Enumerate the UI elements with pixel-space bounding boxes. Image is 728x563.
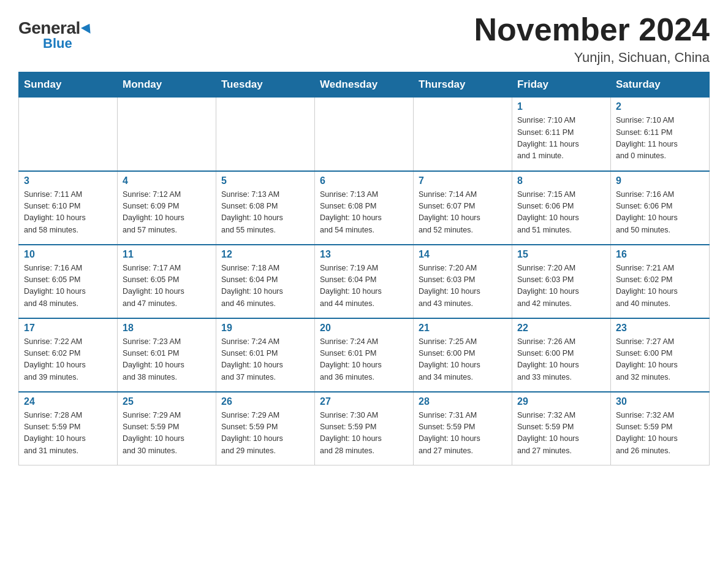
day-info: Sunrise: 7:17 AM Sunset: 6:05 PM Dayligh… (123, 262, 211, 310)
day-info: Sunrise: 7:22 AM Sunset: 6:02 PM Dayligh… (24, 336, 112, 384)
day-number: 14 (419, 249, 507, 260)
calendar-day-cell: 4Sunrise: 7:12 AM Sunset: 6:09 PM Daylig… (118, 171, 216, 245)
day-info: Sunrise: 7:15 AM Sunset: 6:06 PM Dayligh… (517, 189, 605, 237)
day-number: 27 (320, 396, 408, 407)
day-info: Sunrise: 7:13 AM Sunset: 6:08 PM Dayligh… (320, 189, 408, 237)
calendar-day-cell: 9Sunrise: 7:16 AM Sunset: 6:06 PM Daylig… (611, 171, 710, 245)
day-number: 2 (616, 101, 704, 112)
calendar-day-cell: 11Sunrise: 7:17 AM Sunset: 6:05 PM Dayli… (118, 245, 216, 318)
day-number: 12 (221, 249, 309, 260)
day-number: 4 (123, 175, 211, 186)
calendar-day-cell: 23Sunrise: 7:27 AM Sunset: 6:00 PM Dayli… (611, 318, 710, 392)
day-info: Sunrise: 7:10 AM Sunset: 6:11 PM Dayligh… (616, 115, 704, 163)
calendar-day-cell: 27Sunrise: 7:30 AM Sunset: 5:59 PM Dayli… (315, 392, 414, 465)
calendar-week-row: 1Sunrise: 7:10 AM Sunset: 6:11 PM Daylig… (19, 98, 710, 171)
day-number: 18 (123, 323, 211, 334)
day-info: Sunrise: 7:27 AM Sunset: 6:00 PM Dayligh… (616, 336, 704, 384)
day-number: 10 (24, 249, 112, 260)
calendar-day-cell: 14Sunrise: 7:20 AM Sunset: 6:03 PM Dayli… (414, 245, 512, 318)
day-number: 13 (320, 249, 408, 260)
day-info: Sunrise: 7:13 AM Sunset: 6:08 PM Dayligh… (221, 189, 309, 237)
day-number: 3 (24, 175, 112, 186)
day-info: Sunrise: 7:14 AM Sunset: 6:07 PM Dayligh… (419, 189, 507, 237)
calendar-day-cell (19, 98, 118, 171)
day-number: 24 (24, 396, 112, 407)
calendar-day-cell (216, 98, 315, 171)
day-info: Sunrise: 7:16 AM Sunset: 6:06 PM Dayligh… (616, 189, 704, 237)
calendar-header-saturday: Saturday (611, 72, 710, 98)
calendar-header-thursday: Thursday (414, 72, 512, 98)
calendar-day-cell (414, 98, 512, 171)
day-info: Sunrise: 7:30 AM Sunset: 5:59 PM Dayligh… (320, 410, 408, 458)
logo-blue-text: Blue (43, 36, 72, 52)
calendar-header-monday: Monday (118, 72, 216, 98)
day-number: 6 (320, 175, 408, 186)
day-info: Sunrise: 7:23 AM Sunset: 6:01 PM Dayligh… (123, 336, 211, 384)
page-header: General Blue November 2024 Yunjin, Sichu… (18, 12, 710, 66)
calendar-day-cell: 29Sunrise: 7:32 AM Sunset: 5:59 PM Dayli… (512, 392, 611, 465)
calendar-header-wednesday: Wednesday (315, 72, 414, 98)
day-info: Sunrise: 7:18 AM Sunset: 6:04 PM Dayligh… (221, 262, 309, 310)
calendar-table: SundayMondayTuesdayWednesdayThursdayFrid… (18, 72, 710, 465)
calendar-week-row: 17Sunrise: 7:22 AM Sunset: 6:02 PM Dayli… (19, 318, 710, 392)
day-info: Sunrise: 7:20 AM Sunset: 6:03 PM Dayligh… (419, 262, 507, 310)
calendar-day-cell: 12Sunrise: 7:18 AM Sunset: 6:04 PM Dayli… (216, 245, 315, 318)
calendar-day-cell: 25Sunrise: 7:29 AM Sunset: 5:59 PM Dayli… (118, 392, 216, 465)
calendar-header-row: SundayMondayTuesdayWednesdayThursdayFrid… (19, 72, 710, 98)
day-number: 20 (320, 323, 408, 334)
calendar-day-cell: 26Sunrise: 7:29 AM Sunset: 5:59 PM Dayli… (216, 392, 315, 465)
day-number: 23 (616, 323, 704, 334)
day-number: 5 (221, 175, 309, 186)
day-number: 29 (517, 396, 605, 407)
calendar-day-cell: 15Sunrise: 7:20 AM Sunset: 6:03 PM Dayli… (512, 245, 611, 318)
calendar-header-friday: Friday (512, 72, 611, 98)
calendar-day-cell: 8Sunrise: 7:15 AM Sunset: 6:06 PM Daylig… (512, 171, 611, 245)
day-number: 17 (24, 323, 112, 334)
day-info: Sunrise: 7:29 AM Sunset: 5:59 PM Dayligh… (123, 410, 211, 458)
month-title: November 2024 (474, 12, 710, 47)
day-info: Sunrise: 7:32 AM Sunset: 5:59 PM Dayligh… (517, 410, 605, 458)
calendar-day-cell: 7Sunrise: 7:14 AM Sunset: 6:07 PM Daylig… (414, 171, 512, 245)
day-info: Sunrise: 7:32 AM Sunset: 5:59 PM Dayligh… (616, 410, 704, 458)
calendar-week-row: 10Sunrise: 7:16 AM Sunset: 6:05 PM Dayli… (19, 245, 710, 318)
day-number: 25 (123, 396, 211, 407)
day-number: 30 (616, 396, 704, 407)
calendar-day-cell: 5Sunrise: 7:13 AM Sunset: 6:08 PM Daylig… (216, 171, 315, 245)
day-number: 8 (517, 175, 605, 186)
day-number: 15 (517, 249, 605, 260)
calendar-day-cell: 20Sunrise: 7:24 AM Sunset: 6:01 PM Dayli… (315, 318, 414, 392)
calendar-day-cell (118, 98, 216, 171)
day-number: 19 (221, 323, 309, 334)
title-block: November 2024 Yunjin, Sichuan, China (474, 12, 710, 66)
day-number: 9 (616, 175, 704, 186)
calendar-day-cell: 13Sunrise: 7:19 AM Sunset: 6:04 PM Dayli… (315, 245, 414, 318)
day-info: Sunrise: 7:12 AM Sunset: 6:09 PM Dayligh… (123, 189, 211, 237)
day-number: 7 (419, 175, 507, 186)
day-info: Sunrise: 7:31 AM Sunset: 5:59 PM Dayligh… (419, 410, 507, 458)
calendar-week-row: 24Sunrise: 7:28 AM Sunset: 5:59 PM Dayli… (19, 392, 710, 465)
calendar-day-cell: 21Sunrise: 7:25 AM Sunset: 6:00 PM Dayli… (414, 318, 512, 392)
calendar-day-cell: 30Sunrise: 7:32 AM Sunset: 5:59 PM Dayli… (611, 392, 710, 465)
calendar-header-tuesday: Tuesday (216, 72, 315, 98)
day-number: 22 (517, 323, 605, 334)
location-text: Yunjin, Sichuan, China (474, 50, 710, 66)
calendar-day-cell: 28Sunrise: 7:31 AM Sunset: 5:59 PM Dayli… (414, 392, 512, 465)
day-info: Sunrise: 7:29 AM Sunset: 5:59 PM Dayligh… (221, 410, 309, 458)
day-info: Sunrise: 7:28 AM Sunset: 5:59 PM Dayligh… (24, 410, 112, 458)
calendar-header-sunday: Sunday (19, 72, 118, 98)
day-info: Sunrise: 7:24 AM Sunset: 6:01 PM Dayligh… (221, 336, 309, 384)
calendar-day-cell: 2Sunrise: 7:10 AM Sunset: 6:11 PM Daylig… (611, 98, 710, 171)
calendar-day-cell: 10Sunrise: 7:16 AM Sunset: 6:05 PM Dayli… (19, 245, 118, 318)
day-info: Sunrise: 7:26 AM Sunset: 6:00 PM Dayligh… (517, 336, 605, 384)
calendar-day-cell: 18Sunrise: 7:23 AM Sunset: 6:01 PM Dayli… (118, 318, 216, 392)
day-info: Sunrise: 7:11 AM Sunset: 6:10 PM Dayligh… (24, 189, 112, 237)
day-number: 16 (616, 249, 704, 260)
calendar-day-cell: 3Sunrise: 7:11 AM Sunset: 6:10 PM Daylig… (19, 171, 118, 245)
day-info: Sunrise: 7:21 AM Sunset: 6:02 PM Dayligh… (616, 262, 704, 310)
day-info: Sunrise: 7:16 AM Sunset: 6:05 PM Dayligh… (24, 262, 112, 310)
calendar-week-row: 3Sunrise: 7:11 AM Sunset: 6:10 PM Daylig… (19, 171, 710, 245)
day-info: Sunrise: 7:10 AM Sunset: 6:11 PM Dayligh… (517, 115, 605, 163)
day-number: 1 (517, 101, 605, 112)
calendar-day-cell: 1Sunrise: 7:10 AM Sunset: 6:11 PM Daylig… (512, 98, 611, 171)
calendar-day-cell (315, 98, 414, 171)
